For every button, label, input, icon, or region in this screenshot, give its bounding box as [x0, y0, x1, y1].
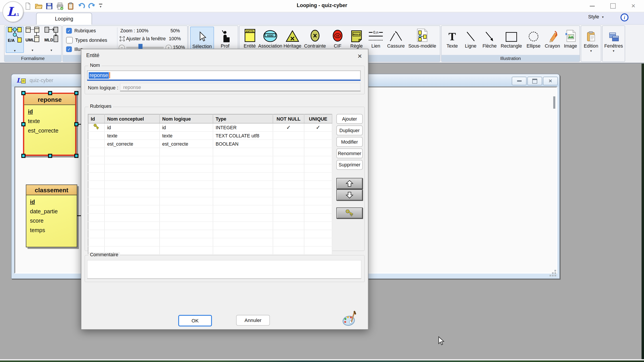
formalism-ea-button[interactable]: E/A ▾	[6, 26, 24, 53]
edition-label: Edition	[584, 43, 598, 48]
document-close-button[interactable]: ✕	[543, 77, 558, 85]
new-file-button[interactable]	[23, 2, 32, 10]
maximize-button[interactable]	[604, 1, 622, 11]
commentaire-textarea[interactable]	[87, 260, 362, 279]
tab-looping[interactable]: Looping	[36, 13, 92, 24]
association-label: Association	[258, 43, 282, 48]
chevron-down-icon: ▾	[100, 5, 101, 9]
association-tool-button[interactable]: ASSO Association	[258, 26, 282, 48]
entite-tool-button[interactable]: ENTITE Entité	[241, 26, 258, 48]
sous-modele-tool-button[interactable]: Sous-modèle	[406, 26, 438, 48]
style-menu-button[interactable]: Style ▾	[588, 14, 604, 20]
selection-handle[interactable]	[48, 154, 52, 158]
col-type: Type	[213, 114, 273, 123]
fenetres-menu-button[interactable]: Fenêtres ▾	[604, 26, 624, 53]
table-row-empty	[88, 164, 332, 172]
table-row-empty	[88, 238, 332, 246]
heritage-tool-button[interactable]: Héritage	[282, 26, 303, 48]
selection-handle[interactable]	[74, 154, 78, 158]
open-file-button[interactable]	[34, 2, 43, 10]
annuler-button[interactable]: Annuler	[236, 315, 270, 326]
selection-handle[interactable]	[74, 91, 78, 95]
mld-diagram-icon: MLD	[44, 26, 58, 43]
resize-grip[interactable]	[550, 271, 556, 276]
primary-key-cell	[88, 123, 104, 131]
zoom-slider-track[interactable]	[126, 47, 164, 48]
tab-looping-label: Looping	[55, 16, 73, 22]
formalism-mld-button[interactable]: MLD ▾	[43, 26, 60, 52]
regle-tool-button[interactable]: REGLE Règle	[347, 26, 366, 48]
about-button[interactable]: i	[620, 13, 629, 22]
move-down-button[interactable]	[336, 189, 363, 200]
checkbox-types-donnees-label: Types données	[75, 38, 107, 43]
save-button[interactable]	[44, 2, 54, 10]
selection-handle[interactable]	[21, 154, 26, 158]
lien-tool-button[interactable]: 0,n Lien	[366, 26, 386, 48]
close-button[interactable]: ✕	[624, 1, 642, 11]
cell-not-null	[273, 131, 304, 140]
sous-modele-label: Sous-modèle	[408, 43, 436, 48]
canvas-scrollbar-thumb[interactable]	[553, 96, 555, 109]
dupliquer-button[interactable]: Dupliquer	[336, 126, 363, 135]
redo-button[interactable]	[87, 2, 96, 10]
minimize-button[interactable]	[583, 1, 602, 11]
undo-button[interactable]	[76, 2, 86, 10]
document-minimize-button[interactable]	[512, 77, 526, 85]
line-icon	[466, 31, 476, 42]
entity-classement[interactable]: classement id date_partie score temps	[26, 184, 77, 247]
fit-to-window-button[interactable]: Ajuster à la fenêtre	[126, 36, 166, 41]
document-restore-button[interactable]	[528, 77, 542, 85]
ligne-tool-button[interactable]: Ligne	[462, 26, 479, 48]
break-lines-icon	[389, 30, 403, 42]
checkbox-types-donnees[interactable]: Types données	[66, 37, 107, 44]
rubriques-group-label: Rubriques	[88, 104, 113, 109]
paste-button[interactable]	[66, 2, 75, 10]
col-unique: UNIQUE	[304, 114, 332, 123]
texte-label: Texte	[446, 43, 458, 48]
selection-tool-button[interactable]: Sélection	[190, 26, 214, 50]
toolbar-overflow-button[interactable]: ▾	[98, 2, 104, 10]
print-button[interactable]	[55, 2, 64, 10]
cif-tool-button[interactable]: CIF CIF	[329, 26, 346, 48]
edition-menu-button[interactable]: Edition ▾	[582, 26, 600, 53]
toggle-key-button[interactable]	[336, 207, 363, 219]
svg-text:CIF: CIF	[336, 35, 339, 37]
inheritance-triangle-icon	[286, 30, 300, 42]
supprimer-button[interactable]: Supprimer	[336, 160, 363, 170]
table-row[interactable]: est_correcte est_correcte BOOLEAN	[88, 140, 332, 148]
image-tool-button[interactable]: Image	[562, 26, 578, 48]
restore-icon	[532, 79, 537, 83]
cassure-tool-button[interactable]: Cassure	[386, 26, 406, 48]
texte-tool-button[interactable]: T Texte	[443, 26, 462, 48]
svg-text:MLD: MLD	[44, 38, 53, 42]
prof-tool-button[interactable]: Prof	[215, 26, 235, 50]
fleche-tool-button[interactable]: Flèche	[480, 26, 499, 48]
table-row[interactable]: id id INTEGER ✓ ✓	[88, 123, 332, 131]
checkbox-illustration[interactable]: ✓ Illustration	[66, 46, 83, 52]
formalism-uml-button[interactable]: UML ▾	[24, 26, 41, 52]
cursor-arrow-icon	[198, 31, 206, 43]
selection-handle[interactable]	[21, 122, 26, 126]
selection-handle[interactable]	[48, 91, 52, 95]
style-palette-button[interactable]	[342, 311, 358, 327]
zoom-50-label[interactable]: 50%	[170, 28, 180, 33]
rubriques-table[interactable]: Id Nom conceptuel Nom logique Type NOT N…	[88, 114, 332, 255]
table-row[interactable]: texte texte TEXT COLLATE utf8	[88, 131, 332, 140]
checkbox-rubriques[interactable]: ✓ Rubriques	[66, 28, 96, 34]
nom-input[interactable]: reponse	[87, 71, 360, 81]
move-up-button[interactable]	[336, 178, 363, 189]
rectangle-tool-button[interactable]: Rectangle	[499, 26, 524, 48]
dialog-close-button[interactable]: ✕	[355, 52, 364, 61]
zoom-100-label[interactable]: 100%	[169, 36, 181, 41]
contrainte-tool-button[interactable]: Contrainte	[303, 26, 327, 48]
selection-handle[interactable]	[74, 122, 78, 126]
renommer-button[interactable]: Renommer	[336, 149, 363, 158]
modifier-button[interactable]: Modifier	[336, 137, 363, 147]
crayon-tool-button[interactable]: Crayon	[542, 26, 562, 48]
entity-reponse[interactable]: reponse id texte est_correcte	[23, 93, 76, 156]
ajouter-button[interactable]: Ajouter	[336, 114, 363, 124]
app-logo[interactable]: L 4.1	[2, 1, 24, 22]
ellipse-tool-button[interactable]: Ellipse	[524, 26, 543, 48]
ok-button[interactable]: OK	[178, 315, 212, 326]
selection-handle[interactable]	[21, 91, 26, 95]
